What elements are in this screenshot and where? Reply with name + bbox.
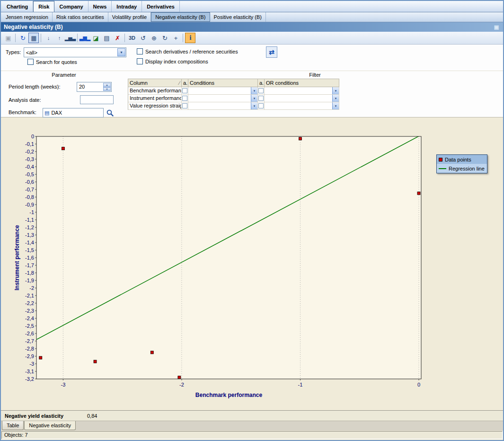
and-checkbox[interactable]	[182, 96, 187, 101]
svg-text:-0,4: -0,4	[25, 164, 34, 170]
svg-text:-2,4: -2,4	[25, 315, 34, 321]
types-label: Types:	[6, 49, 21, 55]
chevron-down-icon[interactable]: ▼	[251, 102, 257, 109]
tab-company[interactable]: Company	[54, 1, 88, 12]
and-checkbox[interactable]	[258, 88, 264, 93]
and-checkbox[interactable]	[258, 96, 264, 101]
histogram-icon[interactable]: ▂▅▃	[65, 33, 75, 43]
search-derivatives-checkbox[interactable]	[137, 48, 143, 54]
search-quotes-checkbox[interactable]	[27, 59, 34, 65]
types-dropdown[interactable]: <all> ▼	[24, 47, 126, 57]
toolbar-separator	[183, 34, 183, 42]
add-icon[interactable]: +	[170, 33, 181, 43]
and-checkbox[interactable]	[182, 88, 187, 93]
filter-cell	[182, 87, 188, 95]
result-label: Negative yield elasticity	[5, 413, 87, 419]
rotate-icon[interactable]: ↺	[138, 33, 148, 43]
or-conditions-combo[interactable]: ▼	[265, 95, 339, 102]
svg-text:-3,1: -3,1	[25, 369, 34, 374]
chart-report-icon[interactable]: ▤	[101, 33, 112, 43]
chevron-down-icon[interactable]: ▼	[251, 87, 257, 94]
filter-cell	[182, 102, 188, 110]
search-icon[interactable]	[106, 109, 115, 117]
tab-intraday[interactable]: Intraday	[112, 1, 142, 12]
rotate-zoom-icon[interactable]: ↻	[159, 33, 170, 43]
legend-item-data-points[interactable]: Data points	[437, 155, 487, 164]
threed-icon[interactable]: 3D	[127, 33, 137, 43]
tab-risk-ratios-securities[interactable]: Risk ratios securities	[53, 12, 108, 22]
chevron-down-icon[interactable]: ▼	[117, 48, 125, 56]
svg-text:0: 0	[31, 134, 34, 139]
or-conditions-combo[interactable]: ▼	[265, 102, 339, 110]
tab-negative-elasticity[interactable]: Negative elasticity (B)	[151, 12, 210, 22]
svg-text:-2,6: -2,6	[25, 331, 34, 336]
svg-text:-1,4: -1,4	[25, 240, 34, 245]
tab-jensen-regression[interactable]: Jensen regression	[2, 12, 53, 22]
tab-charting[interactable]: Charting	[2, 1, 33, 12]
chart-settings-icon[interactable]: ▦	[28, 33, 39, 43]
axis-icon[interactable]: ⊕	[149, 33, 159, 43]
status-bar: Objects: 7	[1, 431, 503, 440]
chevron-down-icon[interactable]: ▼	[332, 87, 339, 94]
search-quotes-label: Search for quotes	[36, 59, 77, 65]
tab-positive-elasticity[interactable]: Positive elasticity (B)	[210, 12, 266, 22]
filter-header-column[interactable]: Column ∕	[128, 79, 182, 87]
conditions-combo[interactable]: ▼	[188, 87, 258, 95]
filter-header-and1[interactable]: a.	[182, 79, 188, 87]
benchmark-field[interactable]: ▤ DAX	[43, 108, 104, 117]
and-checkbox[interactable]	[258, 103, 264, 108]
period-length-label: Period length (weeks):	[9, 84, 60, 90]
filter-header-conditions[interactable]: Conditions	[188, 79, 258, 87]
tab-derivatives[interactable]: Derivatives	[142, 1, 180, 12]
spinner-up-icon[interactable]: ▲	[103, 83, 111, 87]
sort-ascending-icon[interactable]: ↑	[54, 33, 64, 43]
chart-legend: Data points Regression line	[436, 154, 487, 173]
tab-table[interactable]: Table	[2, 421, 24, 430]
conditions-combo[interactable]: ▼	[188, 102, 258, 110]
chevron-down-icon[interactable]: ▼	[332, 95, 339, 102]
tab-risk[interactable]: Risk	[33, 1, 54, 12]
chevron-down-icon[interactable]: ▼	[251, 95, 257, 102]
and-checkbox[interactable]	[182, 103, 187, 108]
svg-text:-2,7: -2,7	[25, 338, 34, 344]
data-points-marker	[439, 158, 442, 162]
refresh-icon[interactable]: ↻	[18, 33, 28, 43]
column-chart-icon[interactable]: ▃▆▂	[80, 33, 90, 43]
analysis-date-label: Analysis date:	[9, 97, 41, 103]
svg-text:-2,1: -2,1	[25, 293, 34, 298]
svg-text:-0,7: -0,7	[25, 187, 34, 192]
search-derivatives-label: Search derivatives / reference securitie…	[145, 49, 238, 54]
run-search-button[interactable]: ⇄	[266, 46, 277, 58]
chart-delete-icon[interactable]: ✗	[112, 33, 123, 43]
svg-text:-1,7: -1,7	[25, 262, 34, 268]
display-index-checkbox[interactable]	[137, 58, 143, 64]
svg-text:-3,2: -3,2	[25, 376, 34, 382]
filter-row-label: Value regression straight	[128, 102, 182, 110]
risk-sub-tabs: Jensen regression Risk ratios securities…	[1, 12, 503, 22]
filter-header-or-conditions[interactable]: OR conditions	[265, 79, 339, 87]
spinner-down-icon[interactable]: ▼	[103, 87, 111, 91]
filter-header-and2[interactable]: a.	[258, 79, 265, 87]
security-doc-icon: ▤	[44, 110, 49, 116]
conditions-combo[interactable]: ▼	[188, 95, 258, 102]
sort-descending-icon[interactable]: ↓	[43, 33, 53, 43]
area-chart-icon[interactable]: ◪	[90, 33, 101, 43]
tab-negative-elasticity-view[interactable]: Negative elasticity	[24, 421, 76, 430]
toolbar-separator	[15, 34, 16, 42]
analysis-date-field[interactable]	[80, 95, 114, 104]
or-conditions-combo[interactable]: ▼	[265, 87, 339, 95]
tab-volatility-profile[interactable]: Volatility profile	[108, 12, 151, 22]
filter-cell	[258, 95, 265, 102]
info-icon[interactable]: i	[185, 33, 195, 43]
display-index-label: Display index compositions	[145, 59, 208, 64]
svg-text:-0,1: -0,1	[25, 141, 34, 147]
chevron-down-icon[interactable]: ▼	[332, 102, 339, 109]
panel-menu-icon[interactable]: ▣	[493, 24, 500, 30]
tab-news[interactable]: News	[88, 1, 112, 12]
benchmark-label: Benchmark:	[9, 109, 36, 115]
legend-item-regression-line[interactable]: Regression line	[437, 164, 487, 173]
toolbar-separator	[77, 34, 78, 42]
copy-icon[interactable]: ▣	[3, 33, 13, 43]
period-length-stepper[interactable]: 20 ▲ ▼	[77, 82, 112, 92]
panel-title-bar: Negative elasticity (B) ▣	[1, 22, 503, 32]
